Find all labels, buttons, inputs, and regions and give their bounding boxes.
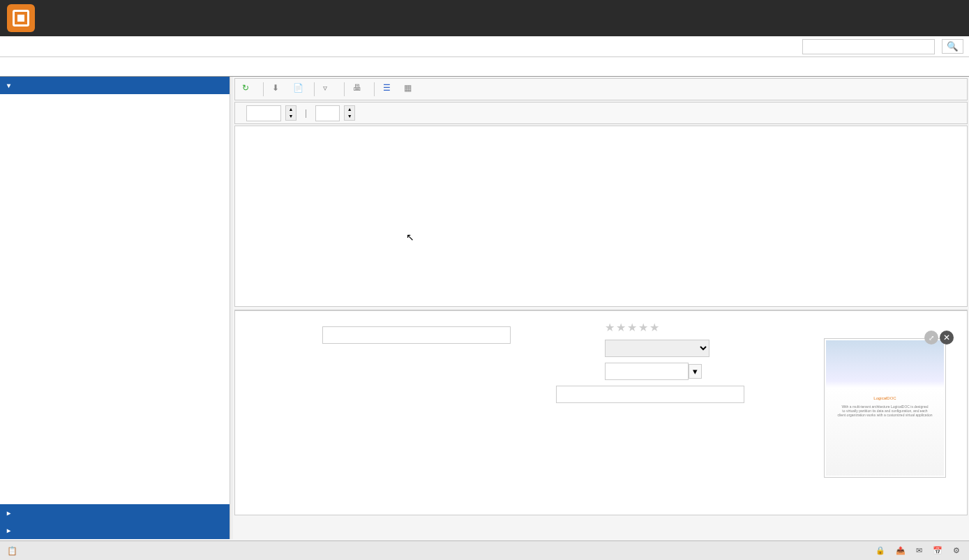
status-checkout[interactable]: 📤 (896, 546, 908, 555)
tag-dropdown[interactable]: ▾ (689, 364, 702, 379)
print-icon[interactable]: 🖶 (353, 83, 366, 96)
search-input[interactable] (802, 39, 935, 54)
menubar: 🔍 (0, 36, 969, 57)
expand-icon[interactable]: ⤢ (924, 331, 938, 345)
logo-icon (7, 4, 35, 32)
preview-thumbnail[interactable]: ⤢ ✕ LogicalDOC With a multi-tenant archi… (824, 338, 946, 478)
panel-trash[interactable] (0, 522, 230, 539)
display-bar: ▲▼ | ▲▼ (234, 102, 968, 124)
folder-tree (0, 94, 230, 504)
download-icon[interactable]: ⬇ (272, 83, 285, 96)
status-locked[interactable]: 🔒 (876, 546, 887, 555)
status-messages[interactable]: ✉ (916, 546, 924, 555)
clipboard-icon[interactable]: 📋 (7, 546, 17, 556)
newtag-input[interactable] (556, 386, 744, 403)
main-tabs (0, 57, 969, 77)
app-logo (7, 4, 40, 32)
toolbar: ↻ ⬇ 📄 ▿ 🖶 ☰ ▦ (234, 78, 968, 100)
app-header (0, 0, 969, 36)
page-down[interactable]: ▼ (345, 113, 354, 120)
page-input[interactable] (315, 105, 340, 121)
panel-bookmarks[interactable] (0, 504, 230, 522)
status-workflows[interactable]: ⚙ (953, 546, 962, 555)
display-down[interactable]: ▼ (286, 113, 296, 120)
list-view-icon[interactable]: ☰ (383, 83, 396, 96)
statusbar: 📋 🔒 📤 ✉ 📅 ⚙ (0, 540, 969, 560)
vote-stars[interactable]: ★★★★★ (605, 321, 723, 334)
add-document-icon[interactable]: 📄 (293, 83, 306, 96)
tag-input[interactable] (605, 363, 689, 380)
title-input[interactable] (322, 326, 511, 344)
document-grid (234, 126, 968, 307)
search-button[interactable]: 🔍 (942, 39, 963, 54)
page-up[interactable]: ▲ (345, 106, 354, 113)
filter-icon[interactable]: ▿ (323, 83, 336, 96)
language-select[interactable] (605, 340, 709, 357)
content-area: ↻ ⬇ 📄 ▿ 🖶 ☰ ▦ ▲▼ | ▲▼ (230, 77, 969, 539)
panel-browser[interactable] (0, 77, 230, 94)
close-icon[interactable]: ✕ (940, 331, 954, 345)
status-events[interactable]: 📅 (933, 546, 945, 555)
display-up[interactable]: ▲ (286, 106, 296, 113)
display-count-input[interactable] (246, 105, 281, 121)
refresh-icon[interactable]: ↻ (242, 83, 255, 96)
sidebar (0, 77, 230, 539)
details-panel: ★★★★★ ▾ ⤢ ✕ LogicalDOC With a multi-tena… (234, 310, 968, 515)
grid-view-icon[interactable]: ▦ (404, 83, 416, 96)
